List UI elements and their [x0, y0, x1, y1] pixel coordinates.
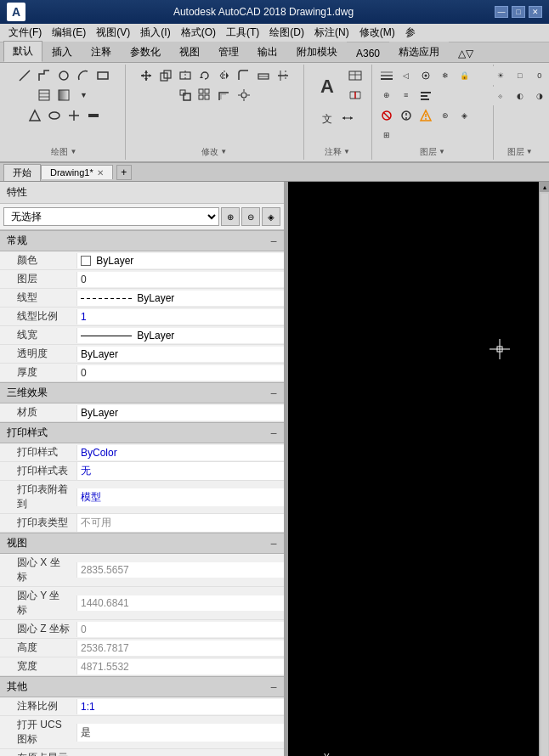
tab-start[interactable]: 开始: [3, 164, 41, 181]
prop-color-value[interactable]: ByLayer: [76, 253, 284, 268]
layer-extra2[interactable]: ≡: [397, 86, 416, 104]
gradient-tool[interactable]: [54, 86, 73, 104]
layer-extra6[interactable]: [416, 106, 435, 125]
textstyle-tool[interactable]: 文: [318, 109, 337, 127]
array-tool[interactable]: [195, 86, 214, 104]
prop-ltscale-value[interactable]: 1: [76, 309, 284, 324]
polyline-tool[interactable]: [35, 66, 54, 85]
prop-ucsicon-value[interactable]: 是: [76, 724, 284, 742]
stretch-tool[interactable]: [176, 66, 195, 85]
text-tool[interactable]: A: [310, 66, 344, 107]
vscroll-up[interactable]: ▴: [540, 182, 550, 192]
layer-extra4[interactable]: [377, 106, 396, 125]
draw-extra2[interactable]: [45, 106, 64, 125]
rect-tool[interactable]: [93, 66, 112, 85]
table-tool[interactable]: [346, 66, 365, 85]
menu-dimension[interactable]: 标注(N): [309, 24, 354, 42]
canvas-vscrollbar[interactable]: ▴ ▾: [539, 182, 549, 756]
prop-annoscale-value[interactable]: 1:1: [76, 699, 284, 714]
close-button[interactable]: ✕: [529, 6, 542, 18]
layer-extra8[interactable]: ◈: [456, 106, 474, 125]
drawing-tab-close[interactable]: ✕: [97, 168, 104, 178]
fillet-tool[interactable]: [235, 66, 253, 85]
menu-format[interactable]: 格式(O): [176, 24, 221, 42]
menu-tools[interactable]: 工具(T): [221, 24, 264, 42]
layer-extra9[interactable]: ⊞: [377, 126, 396, 144]
copy-tool[interactable]: [156, 66, 175, 85]
menu-file[interactable]: 文件(F): [3, 24, 47, 42]
tab-collapse[interactable]: △▽: [449, 44, 483, 62]
layer-freeze[interactable]: ❄: [436, 66, 455, 85]
draw-extra3[interactable]: [65, 106, 83, 125]
trim-tool[interactable]: [274, 66, 292, 85]
add-to-set-btn[interactable]: ⊕: [221, 207, 240, 226]
prop-lineweight-value[interactable]: ByLayer: [76, 328, 284, 343]
line-tool[interactable]: [15, 66, 34, 85]
layer-extra5[interactable]: [397, 106, 416, 125]
prop-transparency-value[interactable]: ByLayer: [76, 347, 284, 362]
group-print-toggle[interactable]: −: [270, 426, 277, 440]
remove-from-set-btn[interactable]: ⊖: [241, 207, 260, 226]
drawing-canvas[interactable]: Y X ◂ ▸ ▴ ▾: [288, 182, 549, 756]
select-objects-btn[interactable]: ◈: [262, 207, 280, 226]
menu-modify[interactable]: 修改(M): [354, 24, 400, 42]
add-drawing-tab[interactable]: +: [116, 165, 132, 180]
rotate-tool[interactable]: [195, 66, 214, 85]
prop-plotstyle-attached-value[interactable]: 模型: [76, 488, 284, 506]
modify-section-toggle[interactable]: ▼: [220, 148, 227, 155]
annotate-section-toggle[interactable]: ▼: [343, 148, 350, 155]
menu-view[interactable]: 视图(V): [91, 24, 135, 42]
layer-prev[interactable]: ◁: [397, 66, 416, 85]
tab-drawing1[interactable]: Drawing1* ✕: [41, 165, 113, 179]
draw-extra1[interactable]: [25, 106, 44, 125]
tab-insert[interactable]: 插入: [42, 42, 82, 62]
tab-addons[interactable]: 附加模块: [287, 42, 347, 62]
scale-tool[interactable]: [176, 86, 195, 104]
draw-extra4[interactable]: [84, 106, 103, 125]
tab-view[interactable]: 视图: [170, 42, 209, 62]
layer-section-toggle[interactable]: ▼: [439, 148, 445, 155]
arc-tool[interactable]: [74, 66, 93, 85]
prop-material-value[interactable]: ByLayer: [76, 405, 284, 420]
menu-draw[interactable]: 绘图(D): [264, 24, 309, 42]
prop-plotstyle-table-value[interactable]: 无: [76, 462, 284, 480]
prop-extra5[interactable]: ◐: [511, 87, 529, 105]
prop-extra2[interactable]: □: [511, 66, 529, 85]
group-3d-toggle[interactable]: −: [270, 386, 277, 400]
tab-annotate[interactable]: 注释: [82, 42, 121, 62]
prop-layer-value[interactable]: 0: [76, 272, 284, 287]
draw-section-toggle[interactable]: ▼: [70, 148, 76, 155]
menu-more[interactable]: 参: [400, 24, 421, 42]
tab-a360[interactable]: A360: [347, 44, 389, 62]
group-view-toggle[interactable]: −: [270, 537, 277, 550]
menu-insert[interactable]: 插入(I): [135, 24, 175, 42]
prop-extra4[interactable]: ⟐: [491, 87, 510, 105]
tab-default[interactable]: 默认: [3, 41, 42, 62]
layer-extra3[interactable]: [416, 86, 435, 104]
prop-extra3[interactable]: 0: [530, 66, 549, 85]
explode-tool[interactable]: [235, 86, 253, 104]
prop-thickness-value[interactable]: 0: [76, 365, 284, 381]
layer-manager[interactable]: [377, 66, 396, 85]
group-general-toggle[interactable]: −: [270, 234, 277, 248]
mirror-tool[interactable]: [215, 66, 234, 85]
layer-iso[interactable]: [416, 66, 435, 85]
dimension-tool[interactable]: [346, 86, 365, 104]
layer-extra1[interactable]: ⊕: [377, 86, 396, 104]
minimize-button[interactable]: —: [495, 6, 508, 18]
prop-extra1[interactable]: ☀: [491, 66, 510, 85]
move-tool[interactable]: [137, 66, 156, 85]
vscroll-thumb[interactable]: [541, 194, 548, 756]
circle-tool[interactable]: [54, 66, 73, 85]
layer-lock[interactable]: 🔒: [456, 66, 474, 85]
more-draw[interactable]: ▼: [74, 86, 93, 104]
group-other-toggle[interactable]: −: [270, 680, 277, 694]
layer-extra7[interactable]: ⊛: [436, 106, 455, 125]
offset-tool[interactable]: [215, 86, 234, 104]
object-selector[interactable]: 无选择: [3, 207, 219, 226]
prop-plotstyle-value[interactable]: ByColor: [76, 445, 284, 460]
tab-parametric[interactable]: 参数化: [121, 42, 170, 62]
tab-output[interactable]: 输出: [248, 42, 287, 62]
prop-extra6[interactable]: ◑: [530, 87, 549, 105]
maximize-button[interactable]: □: [512, 6, 525, 18]
